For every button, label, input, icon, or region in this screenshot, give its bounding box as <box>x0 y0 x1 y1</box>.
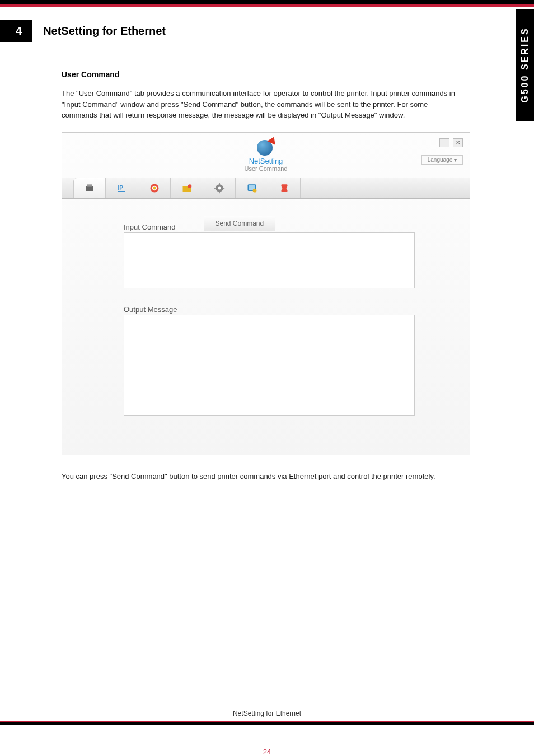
printer-icon <box>83 183 96 194</box>
tab-mail[interactable] <box>171 178 203 198</box>
chapter-title: NetSetting for Ethernet <box>43 25 166 38</box>
window-controls: — ✕ <box>439 138 463 147</box>
tab-command[interactable] <box>236 178 268 198</box>
tab-config[interactable] <box>203 178 236 198</box>
svg-rect-14 <box>222 188 224 189</box>
svg-point-17 <box>252 188 256 192</box>
input-command-textarea[interactable] <box>124 232 415 288</box>
gear-icon <box>213 183 226 194</box>
svg-point-8 <box>188 184 191 188</box>
svg-point-6 <box>153 186 156 189</box>
close-icon[interactable]: ✕ <box>453 138 463 147</box>
app-header: — ✕ Language ▾ NetSetting User Command <box>62 133 470 178</box>
footer-accent-bar <box>0 721 534 725</box>
language-dropdown[interactable]: Language ▾ <box>421 155 463 165</box>
svg-text:IP: IP <box>118 185 123 191</box>
command-icon <box>246 183 258 194</box>
minimize-icon[interactable]: — <box>439 138 449 147</box>
app-brand-text: NetSetting <box>249 157 283 165</box>
globe-logo-icon <box>256 138 276 156</box>
tab-printer[interactable] <box>73 178 106 198</box>
section-heading: User Command <box>62 70 465 79</box>
series-side-tab: G500 SERIES <box>516 9 534 121</box>
chapter-header: 4 NetSetting for Ethernet <box>0 20 534 42</box>
ip-icon: IP <box>116 183 128 194</box>
app-body: Input Command Send Command Output Messag… <box>62 199 470 438</box>
tab-ip[interactable]: IP <box>106 178 138 198</box>
svg-rect-11 <box>219 183 220 184</box>
page-number: 24 <box>0 748 534 756</box>
tab-firmware[interactable] <box>268 178 301 198</box>
footer-label: NetSetting for Ethernet <box>0 706 534 721</box>
netsetting-window: — ✕ Language ▾ NetSetting User Command I… <box>62 132 470 455</box>
tab-alert[interactable] <box>138 178 171 198</box>
svg-point-10 <box>218 186 221 189</box>
section-paragraph: The "User Command" tab provides a commun… <box>62 88 465 121</box>
svg-rect-3 <box>118 191 125 192</box>
main-content: User Command The "User Command" tab prov… <box>0 42 465 482</box>
series-label: G500 SERIES <box>520 27 530 102</box>
send-command-button[interactable]: Send Command <box>204 216 276 231</box>
page-footer: NetSetting for Ethernet 24 <box>0 706 534 756</box>
svg-rect-0 <box>86 186 93 190</box>
svg-rect-12 <box>219 191 220 193</box>
alert-icon <box>148 183 161 194</box>
output-message-textarea[interactable] <box>124 315 415 416</box>
mail-icon <box>181 183 193 194</box>
top-accent-bar <box>0 0 534 7</box>
svg-rect-13 <box>214 188 216 189</box>
chapter-number: 4 <box>0 20 32 42</box>
firmware-icon <box>278 183 291 194</box>
svg-rect-1 <box>87 184 92 186</box>
input-command-label: Input Command <box>124 223 176 231</box>
tab-strip: IP <box>62 178 470 199</box>
app-subtitle: User Command <box>244 165 287 172</box>
below-paragraph: You can press "Send Command" button to s… <box>62 471 465 482</box>
output-message-label: Output Message <box>124 305 442 314</box>
